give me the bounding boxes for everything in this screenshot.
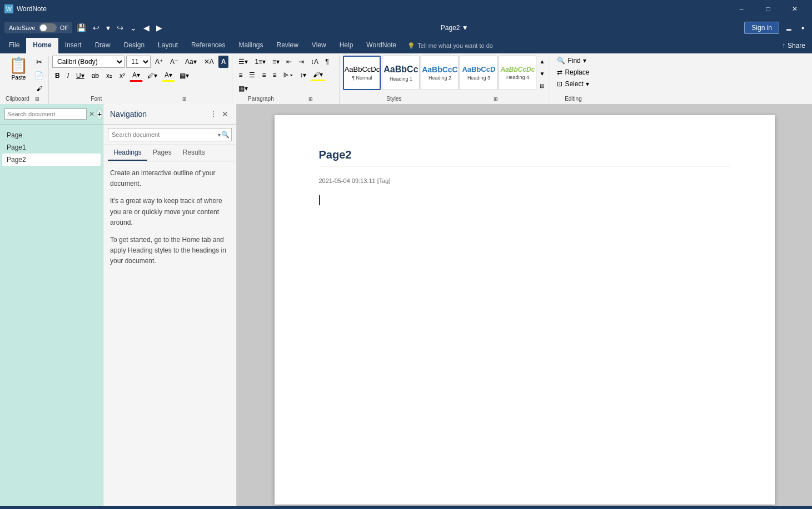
align-left-button[interactable]: ≡	[236, 69, 245, 81]
tab-design[interactable]: Design	[117, 38, 151, 53]
copy-button[interactable]: 📄	[33, 69, 45, 81]
shrink-font-button[interactable]: A⁻	[167, 56, 181, 68]
more-qa-button[interactable]: ⌄	[128, 22, 139, 33]
numbering-button[interactable]: 1≡▾	[252, 56, 268, 68]
close-button[interactable]: ✕	[782, 0, 808, 18]
tab-references[interactable]: References	[185, 38, 232, 53]
tab-view[interactable]: View	[305, 38, 333, 53]
sidebar-item-page2[interactable]: Page2	[2, 154, 101, 166]
tab-insert[interactable]: Insert	[58, 38, 88, 53]
clear-format-button[interactable]: ✕A	[201, 56, 217, 68]
align-center-button[interactable]: ☰	[246, 69, 258, 81]
select-button[interactable]: ⊡ Select ▾	[554, 79, 592, 89]
search-dropdown-button[interactable]: ▾	[218, 132, 221, 138]
bullets-button[interactable]: ☰▾	[236, 56, 251, 68]
add-page-button[interactable]: +	[97, 108, 102, 120]
subscript-button[interactable]: x₂	[103, 70, 115, 82]
page-search-input[interactable]	[4, 108, 87, 120]
autosave-toggle[interactable]	[39, 23, 57, 32]
share-button[interactable]: ↑ Share	[778, 38, 810, 53]
editing-group-content: 🔍 Find ▾ ⇄ Replace ⊡ Select ▾	[554, 56, 592, 95]
clipboard-small-buttons: ✂ 📄 🖌	[33, 56, 45, 95]
styles-expand-icon[interactable]: ⊞	[445, 96, 546, 102]
back-button[interactable]: ◀	[141, 22, 152, 33]
tab-mailings[interactable]: Mailings	[232, 38, 270, 53]
sidebar-item-page[interactable]: Page	[2, 129, 101, 141]
style-heading1[interactable]: AaBbCc Heading 1	[382, 56, 420, 90]
tab-draw[interactable]: Draw	[88, 38, 117, 53]
cut-button[interactable]: ✂	[33, 56, 45, 68]
clipboard-expand-icon[interactable]: ⊞	[29, 96, 45, 102]
document-page[interactable]: Page2 2021-05-04 09:13:11 [Tag]	[275, 115, 775, 505]
find-button[interactable]: 🔍 Find ▾	[554, 56, 592, 66]
italic-button[interactable]: I	[64, 70, 72, 82]
superscript-button[interactable]: x²	[117, 70, 128, 82]
styles-expand[interactable]: ⊞	[537, 80, 546, 91]
shading-button[interactable]: A▾	[162, 70, 175, 82]
columns-button[interactable]: ⫸▾	[280, 69, 296, 81]
nav-tab-results[interactable]: Results	[177, 145, 211, 161]
font-size-select[interactable]: 11 89101112141618	[126, 56, 151, 68]
undo-button[interactable]: ↩	[91, 22, 102, 33]
text-effects-button[interactable]: A	[218, 56, 229, 68]
forward-button[interactable]: ▶	[154, 22, 165, 33]
borders-button[interactable]: ▦▾	[236, 82, 251, 95]
justify-button[interactable]: ≡	[270, 69, 279, 81]
increase-indent-button[interactable]: ⇥	[296, 56, 307, 68]
minimize-button[interactable]: –	[729, 0, 754, 18]
underline-button[interactable]: U▾	[73, 70, 87, 82]
decrease-indent-button[interactable]: ⇤	[283, 56, 295, 68]
navigation-close-button[interactable]: ✕	[221, 108, 230, 120]
redo-button[interactable]: ↩	[114, 22, 126, 33]
document-area[interactable]: Page2 2021-05-04 09:13:11 [Tag]	[237, 104, 812, 506]
border-button[interactable]: ▦▾	[177, 70, 192, 82]
style-heading4[interactable]: AaBbCcDc Heading 4	[499, 56, 536, 90]
strikethrough-button[interactable]: ab	[89, 70, 102, 82]
tab-home[interactable]: Home	[26, 38, 58, 53]
undo-dropdown[interactable]: ▾	[104, 22, 112, 33]
grow-font-button[interactable]: A⁺	[152, 56, 166, 68]
tell-me-area[interactable]: 💡 Tell me what you want to do	[403, 38, 778, 53]
save-button[interactable]: 💾	[74, 22, 88, 33]
navigation-options-button[interactable]: ⋮	[208, 108, 218, 120]
navigation-search-input[interactable]	[108, 128, 232, 141]
sort-button[interactable]: ↕A	[308, 56, 321, 68]
tab-review[interactable]: Review	[270, 38, 305, 53]
paste-button[interactable]: 📋 Paste	[6, 56, 32, 83]
replace-button[interactable]: ⇄ Replace	[554, 67, 592, 77]
highlight-button[interactable]: 🖊▾	[145, 70, 160, 82]
sign-in-button[interactable]: Sign in	[744, 22, 779, 34]
tab-file[interactable]: File	[2, 38, 26, 53]
paragraph-shading-button[interactable]: 🖌▾	[310, 69, 326, 81]
document-cursor-area[interactable]	[319, 195, 730, 205]
autosave-state: Off	[60, 24, 68, 31]
font-name-select[interactable]: Calibri (Body)	[52, 56, 124, 68]
font-expand-icon[interactable]: ⊞	[141, 96, 229, 102]
change-case-button[interactable]: Aa▾	[182, 56, 200, 68]
ribbon-display-button[interactable]: ▪	[798, 22, 808, 33]
tab-wordnote[interactable]: WordNote	[360, 38, 403, 53]
style-normal[interactable]: AaBbCcDc ¶ Normal	[343, 56, 381, 90]
paragraph-expand-icon[interactable]: ⊞	[286, 96, 336, 102]
ribbon-collapse-button[interactable]: 🗕	[781, 22, 796, 33]
nav-tab-pages[interactable]: Pages	[147, 145, 177, 161]
format-painter-button[interactable]: 🖌	[33, 82, 45, 95]
sidebar-item-page1[interactable]: Page1	[2, 141, 101, 154]
document-meta: 2021-05-04 09:13:11 [Tag]	[319, 177, 730, 184]
maximize-button[interactable]: □	[755, 0, 781, 18]
style-heading2[interactable]: AaBbCcC Heading 2	[421, 56, 459, 90]
tab-layout[interactable]: Layout	[151, 38, 185, 53]
style-heading3[interactable]: AaBbCcD Heading 3	[460, 56, 497, 90]
align-right-button[interactable]: ≡	[259, 69, 268, 81]
multilevel-list-button[interactable]: ≡▾	[270, 56, 282, 68]
show-marks-button[interactable]: ¶	[322, 56, 331, 68]
styles-scroll-up[interactable]: ▲	[537, 56, 546, 67]
tab-help[interactable]: Help	[333, 38, 360, 53]
font-group: Calibri (Body) 11 89101112141618 A⁺ A⁻ A…	[49, 56, 232, 104]
line-spacing-button[interactable]: ↕▾	[297, 69, 309, 81]
nav-tab-headings[interactable]: Headings	[108, 145, 147, 161]
styles-scroll-down[interactable]: ▼	[537, 68, 546, 79]
bold-button[interactable]: B	[52, 70, 63, 82]
font-color-button[interactable]: A▾	[129, 70, 143, 82]
search-clear-button[interactable]: ✕	[89, 110, 94, 118]
